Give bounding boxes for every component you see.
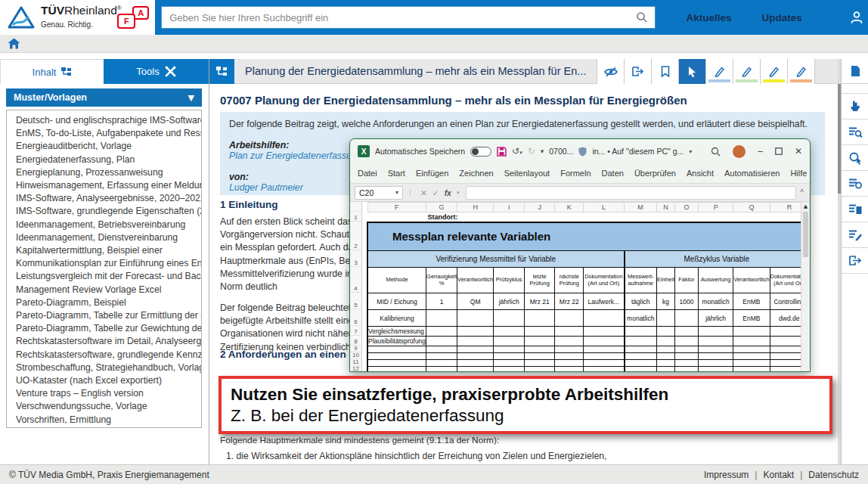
cell-name-box: C20▾ [355, 186, 403, 200]
footer-link-datenschutz[interactable]: Datenschutz [808, 470, 859, 480]
sidebar-item[interactable]: Strombeschaffung, Strategiehandbuch, Vor… [7, 361, 201, 374]
sidebar-item[interactable]: Verschwendungssuche, Vorlage [7, 400, 201, 413]
excel-menu-item: Überprüfen [634, 169, 676, 178]
scrollbar-thumb[interactable] [838, 84, 841, 194]
hide-highlights-button[interactable] [597, 59, 625, 84]
sidebar-item[interactable]: Vorschriften, Ermittlung [7, 414, 201, 427]
sidebar-item[interactable]: Energiedatenerfassung, Plan [7, 154, 201, 166]
search-input[interactable] [162, 12, 629, 23]
cursor-pointer-icon [687, 66, 697, 78]
sidebar-item[interactable]: IMS-Software, grundlegende Eigenschaften… [7, 205, 201, 218]
sidebar-item[interactable]: Rechtskatastersoftware im Detail, Analys… [7, 335, 201, 348]
sidebar-item[interactable]: Venture traps – English version [7, 387, 201, 400]
tab-tools[interactable]: Tools [104, 59, 209, 84]
ordered-list-item: 1. die Wirksamkeit der Aktionspläne hins… [226, 451, 606, 461]
page-title: 07007 Planung der Energiedatensammlung –… [220, 94, 838, 107]
pen-color-green [736, 79, 758, 82]
standort-row: Standort: [367, 213, 809, 222]
sheet-row: Plausibilitätsprüfung [367, 337, 809, 346]
highlighter-icon [741, 66, 752, 77]
sheet-row: KalibrierungmonatlichjährlichEnMBdwd.de [367, 310, 809, 327]
sidebar-item[interactable]: Hinweismanagement, Erfassung einer Meldu… [7, 179, 201, 192]
copy-to-list-button[interactable] [842, 197, 868, 222]
excel-menubar: DateiStartEinfügenZeichnenSeitenlayoutFo… [350, 163, 810, 184]
sidebar-item[interactable]: Deutsch- und englischsprachige IMS-Softw… [7, 114, 201, 127]
zoom-select-button[interactable] [842, 145, 868, 171]
edit-list-button[interactable] [842, 222, 868, 248]
category-dropdown[interactable]: Muster/Vorlagen ▼ [6, 88, 202, 107]
eye-slash-icon [604, 67, 618, 77]
bookmark-icon [661, 66, 670, 77]
brand-logo[interactable]: TÜVRheinland® Genau. Richtig. A F [0, 0, 155, 35]
sheet-row [367, 346, 809, 353]
excel-menu-item: Start [388, 169, 405, 178]
scroll-up-icon: ▲ [801, 202, 810, 211]
nav-aktuelles[interactable]: Aktuelles [686, 12, 731, 23]
chevron-down-icon: ▼ [188, 93, 194, 103]
highlighter-icon [795, 66, 807, 77]
search-icon[interactable] [629, 7, 655, 28]
sidebar-item[interactable]: Pareto-Diagramm, Beispiel [7, 296, 201, 309]
export-document-button[interactable] [842, 248, 868, 274]
app-footer: © TÜV Media GmbH, Praxis Energiemanageme… [0, 464, 868, 484]
select-cursor-button[interactable] [679, 59, 706, 84]
tuv-triangle-logo-icon [8, 6, 35, 29]
export-button[interactable] [625, 59, 652, 84]
nav-updates[interactable]: Updates [761, 12, 801, 23]
sidebar-item[interactable]: IMS-Software, Analyseergebnisse, 2020–20… [7, 192, 201, 205]
faq-icon[interactable]: A F [117, 6, 149, 30]
excel-menu-item: Formeln [560, 169, 591, 178]
footer-link-impressum[interactable]: Impressum [704, 470, 749, 480]
tab-inhalt[interactable]: Inhalt [0, 59, 104, 84]
excel-menu-item: Hilfe [790, 169, 807, 178]
app-header: TÜVRheinland® Genau. Richtig. A F Aktuel… [0, 0, 868, 35]
highlighter-blue-button[interactable] [706, 59, 733, 84]
toc-toggle-button[interactable] [209, 59, 234, 84]
sidebar-item[interactable]: Ideenmanagement, Betriebsvereinbarung [7, 219, 201, 231]
excel-filename: 0700... [549, 147, 573, 156]
autosave-toggle [470, 147, 491, 157]
sidebar-item[interactable]: Energieauditbericht, Vorlage [7, 140, 201, 153]
pan-tool-button[interactable] [842, 94, 868, 119]
new-document-button[interactable] [842, 59, 868, 84]
table-title: Messplan relevante Variablen [367, 222, 809, 251]
template-list: Deutsch- und englischsprachige IMS-Softw… [6, 110, 202, 428]
right-tool-rail [841, 59, 868, 464]
home-icon[interactable] [8, 38, 20, 49]
sidebar-item[interactable]: Ideenmanagement, Dienstvereinbarung [7, 231, 201, 244]
sidebar-item[interactable]: Leistungsvergleich mit der Forecast- und… [7, 270, 201, 283]
sidebar-item[interactable]: Energieplanung, Prozessanweisung [7, 166, 201, 179]
sidebar-item[interactable]: Management Review Vorlage Excel [7, 284, 201, 296]
bookmark-button[interactable] [652, 59, 679, 84]
row-number-column: 1 2 3 4 5 6 7 8 9 10 11 12 [350, 202, 362, 372]
content-scrollbar[interactable] [838, 59, 841, 464]
rail-gap [842, 84, 868, 94]
highlighter-yellow-button[interactable] [761, 59, 788, 84]
footer-link-kontakt[interactable]: Kontakt [763, 470, 794, 480]
sheet-row [367, 360, 809, 367]
sidebar-item[interactable]: Pareto-Diagramm, Tabelle zur Ermittlung … [7, 309, 201, 322]
sidebar-item[interactable]: UO-Kataster (nach Excel exportiert) [7, 374, 201, 387]
excel-menu-item: Automatisieren [724, 169, 780, 178]
sidebar-item[interactable]: Kapitalwertermittlung, Beispiel einer [7, 244, 201, 257]
highlighter-green-button[interactable] [733, 59, 761, 84]
sidebar-item[interactable]: Rechtskatastersoftware, grundlegende Ken… [7, 349, 201, 361]
copyright: © TÜV Media GmbH, Praxis Energiemanageme… [9, 470, 209, 480]
user-account-icon[interactable] [846, 6, 868, 29]
save-icon [497, 147, 507, 157]
sidebar-item[interactable]: Kommunikationsplan zur Einführung eines … [7, 257, 201, 270]
document-tab-title[interactable]: Planung der Energiedatensammlung – mehr … [234, 59, 597, 83]
excel-titlebar: X Automatisches Speichern ↺▾ ↻ ▾ 0700...… [350, 139, 810, 163]
excel-menu-item: Zeichnen [459, 169, 493, 178]
confirm-entry-icon: ✓ [432, 188, 439, 197]
cancel-entry-icon: ✕ [420, 188, 427, 197]
search-entries-button[interactable] [842, 119, 868, 145]
excel-file-location: in... • Auf "diesem PC" g... [592, 147, 684, 156]
edit-list-icon [848, 229, 863, 241]
sidebar-item[interactable]: Pareto-Diagramm, Tabelle zur Gewichtung … [7, 322, 201, 335]
sidebar-item[interactable]: EnMS, To-do-Liste, Aufgabenpakete und Re… [7, 127, 201, 140]
highlighter-icon [714, 66, 725, 77]
search-list-button[interactable] [842, 171, 868, 197]
highlighter-orange-button[interactable] [788, 59, 815, 84]
excel-screenshot: X Automatisches Speichern ↺▾ ↻ ▾ 0700...… [349, 138, 811, 372]
